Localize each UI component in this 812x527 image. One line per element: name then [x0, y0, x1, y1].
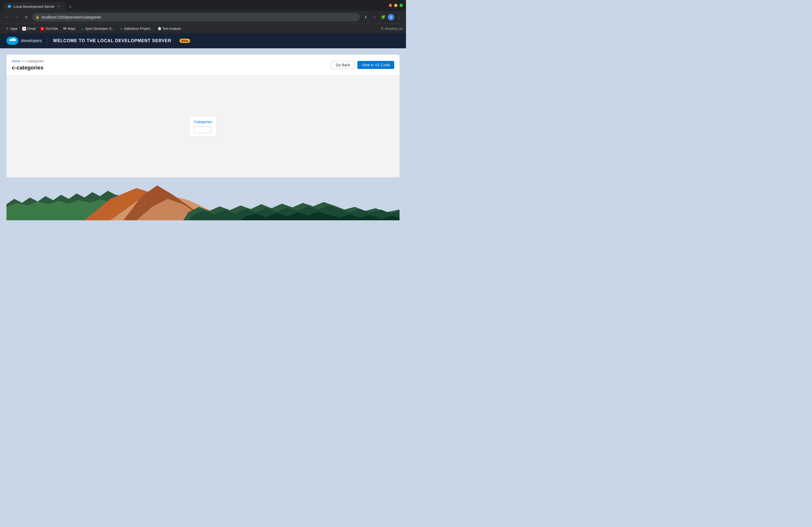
bookmark-youtube[interactable]: ▶ YouTube: [39, 26, 60, 32]
nav-right-controls: ⬇ ☆ 🧩 A ⋮: [362, 13, 403, 21]
nav-bar: ← → ↻ 🔒 localhost:3333/preview/c/categor…: [0, 11, 406, 24]
bookmark-apex[interactable]: ☁ Apex Developer G...: [78, 26, 116, 32]
breadcrumb-home-link[interactable]: home: [12, 59, 21, 63]
bookmark-text-analysis[interactable]: 📄 Text Analysis: [156, 26, 183, 32]
logo-text: developers: [21, 39, 42, 43]
profile-avatar[interactable]: A: [388, 14, 394, 20]
bookmark-salesforce-label: Salesforce Project...: [124, 27, 153, 31]
breadcrumb: home > c-categories: [12, 59, 44, 63]
window-close-btn[interactable]: [389, 4, 392, 7]
reading-list-icon: ☰: [381, 27, 384, 31]
card-header: home > c-categories c-categories Go Back…: [6, 55, 400, 75]
salesforce-icon: ☁: [119, 27, 123, 31]
landscape-illustration: [6, 177, 400, 220]
bookmark-text-analysis-label: Text Analysis: [162, 27, 181, 31]
extensions-button[interactable]: 🧩: [379, 13, 387, 21]
bookmark-apex-label: Apex Developer G...: [85, 27, 114, 31]
salesforce-cloud-logo: [6, 37, 18, 45]
lock-icon: 🔒: [35, 15, 40, 19]
bookmark-apps[interactable]: ⊞ Apps: [3, 26, 19, 32]
beta-badge: Beta: [179, 39, 190, 43]
bookmark-youtube-label: YouTube: [45, 27, 58, 31]
tab-title: Local Development Server: [13, 4, 55, 9]
bookmarks-bar: ⊞ Apps M Gmail ▶ YouTube 🗺 Maps ☁ Apex D…: [0, 24, 406, 33]
menu-button[interactable]: ⋮: [395, 13, 403, 21]
card-header-right: Go Back View in VS Code: [331, 61, 394, 69]
bookmark-gmail-label: Gmail: [27, 27, 35, 31]
breadcrumb-current: c-categories: [25, 59, 44, 63]
youtube-icon: ▶: [41, 27, 44, 31]
refresh-button[interactable]: ↻: [23, 13, 30, 21]
maps-icon: 🗺: [63, 27, 67, 31]
site-header: developers WELCOME TO THE LOCAL DEVELOPM…: [0, 33, 406, 48]
page-content: developers WELCOME TO THE LOCAL DEVELOPM…: [0, 33, 406, 264]
bookmark-salesforce[interactable]: ☁ Salesforce Project...: [117, 26, 155, 32]
site-logo: developers: [6, 37, 42, 45]
new-tab-button[interactable]: +: [66, 3, 74, 11]
title-bar: Local Development Server × +: [0, 0, 406, 11]
forward-button[interactable]: →: [13, 13, 20, 21]
window-minimize-btn[interactable]: [394, 4, 397, 7]
bookmark-gmail[interactable]: M Gmail: [20, 26, 38, 32]
back-button[interactable]: ←: [3, 13, 11, 21]
tab-bar: Local Development Server × +: [3, 0, 74, 11]
content-card: home > c-categories c-categories Go Back…: [6, 55, 400, 177]
download-button[interactable]: ⬇: [362, 13, 369, 21]
bookmark-apps-label: Apps: [10, 27, 17, 31]
text-analysis-icon: 📄: [158, 27, 161, 31]
address-bar[interactable]: 🔒 localhost:3333/preview/c/categories: [32, 13, 360, 21]
tab-close-button[interactable]: ×: [57, 4, 61, 9]
preview-area: Categories: [6, 75, 400, 177]
browser-frame: Local Development Server × + ← → ↻ 🔒 loc…: [0, 0, 406, 264]
component-input[interactable]: [194, 126, 211, 133]
bookmark-button[interactable]: ☆: [371, 13, 378, 21]
bookmark-maps-label: Maps: [68, 27, 75, 31]
component-preview-box: Categories: [189, 116, 217, 137]
reading-list-label: Reading List: [385, 27, 403, 31]
bookmark-maps[interactable]: 🗺 Maps: [61, 26, 77, 32]
url-display: localhost:3333/preview/c/categories: [42, 15, 357, 19]
reading-list[interactable]: ☰ Reading List: [381, 27, 403, 31]
component-label: Categories: [194, 120, 212, 124]
gmail-icon: M: [22, 27, 26, 31]
window-controls: [389, 4, 403, 7]
window-maximize-btn[interactable]: [400, 4, 403, 7]
tab-favicon: [8, 4, 11, 8]
breadcrumb-separator: >: [22, 59, 24, 63]
apps-icon: ⊞: [5, 27, 9, 31]
card-header-left: home > c-categories c-categories: [12, 59, 44, 71]
apex-icon: ☁: [80, 27, 84, 31]
main-area: home > c-categories c-categories Go Back…: [0, 48, 406, 264]
active-tab[interactable]: Local Development Server ×: [3, 2, 65, 11]
header-title: WELCOME TO THE LOCAL DEVELOPMENT SERVER: [53, 39, 171, 43]
view-in-vscode-button[interactable]: View in VS Code: [358, 61, 394, 69]
go-back-button[interactable]: Go Back: [331, 61, 355, 69]
page-title: c-categories: [12, 65, 44, 71]
